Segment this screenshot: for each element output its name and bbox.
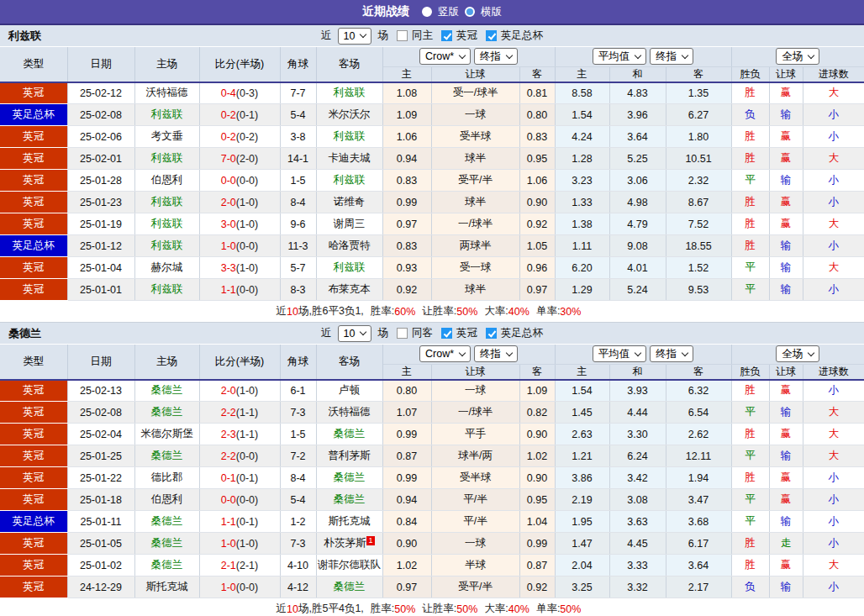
- avg-odds-away: 2.62: [666, 424, 731, 445]
- match-type-badge: 英足总杯: [0, 511, 67, 533]
- result-handicap: 赢: [769, 555, 803, 577]
- match-row: 英冠25-01-05桑德兰1-0(1-0)7-3朴茨茅斯10.90一球0.991…: [0, 533, 864, 555]
- col-header-goals: 进球数: [803, 364, 864, 380]
- bookmaker-final-select[interactable]: 终指: [474, 48, 518, 65]
- away-team-name: 桑德兰: [334, 428, 366, 440]
- bookmaker-select[interactable]: Crow*: [419, 48, 471, 65]
- average-select[interactable]: 平均值: [593, 48, 647, 65]
- handicap-odds-away: 1.09: [519, 380, 555, 402]
- avg-odds-home: 1.54: [555, 380, 609, 402]
- summary-stat-label: 大率:: [484, 602, 508, 616]
- average-odds-group: 平均值 终指: [555, 345, 731, 364]
- avg-odds-draw: 3.06: [609, 170, 666, 192]
- handicap-odds-away: 0.83: [519, 126, 555, 148]
- col-header-goals: 进球数: [803, 66, 864, 82]
- handicap-line: 平手: [431, 424, 519, 445]
- corner-count: 7-2: [280, 445, 316, 467]
- scope-select[interactable]: 全场: [776, 48, 819, 65]
- summary-lead: 近: [277, 304, 287, 319]
- match-date: 25-01-12: [67, 235, 134, 257]
- col-header-avg-draw: 和: [609, 364, 666, 380]
- recent-count-select[interactable]: 10: [338, 28, 372, 45]
- result-goals: 大: [803, 257, 864, 279]
- summary-stat-value: 60%: [394, 306, 415, 318]
- layout-vertical-radio[interactable]: [422, 7, 432, 17]
- away-team-name: 哈洛贾特: [329, 240, 371, 251]
- match-type-badge: 英冠: [0, 467, 67, 489]
- avg-odds-away: 10.51: [666, 148, 731, 170]
- home-team: 伯恩利: [134, 489, 199, 511]
- col-header-avg-home: 主: [555, 364, 609, 380]
- bookmaker-select[interactable]: Crow*: [419, 345, 471, 362]
- result-group: 全场: [731, 345, 864, 364]
- avg-odds-home: 4.24: [555, 126, 609, 148]
- match-score: 0-0(0-0): [199, 170, 280, 192]
- match-row: 英冠25-02-01利兹联7-0(2-0)14-1卡迪夫城0.94球半0.951…: [0, 148, 864, 170]
- away-team-name: 利兹联: [334, 174, 366, 186]
- corner-count: 7-7: [280, 82, 316, 104]
- home-team: 斯托克城: [134, 577, 199, 598]
- average-final-select[interactable]: 终指: [650, 48, 693, 65]
- scope-select[interactable]: 全场: [776, 345, 819, 362]
- cup-filter-checkbox[interactable]: [486, 328, 497, 339]
- handicap-line: 球半: [431, 192, 519, 213]
- avg-odds-home: 1.29: [555, 279, 609, 301]
- same-venue-checkbox[interactable]: [397, 328, 408, 339]
- match-type-badge: 英冠: [0, 192, 67, 213]
- chevron-down-icon: [635, 350, 641, 356]
- fulltime-score: 7-0: [221, 153, 236, 165]
- halftime-score: (0-0): [236, 450, 258, 462]
- layout-horizontal-radio[interactable]: [465, 7, 475, 17]
- match-date: 25-02-13: [67, 380, 134, 402]
- avg-odds-away: 3.68: [666, 511, 731, 533]
- col-header-avg-away: 客: [666, 66, 731, 82]
- match-row: 英冠25-02-12沃特福德0-4(0-3)7-7利兹联1.08受一/球半0.8…: [0, 82, 864, 104]
- avg-odds-home: 1.45: [555, 402, 609, 424]
- avg-odds-draw: 4.98: [609, 192, 666, 213]
- corner-count: 3-8: [280, 126, 316, 148]
- corner-count: 5-4: [280, 489, 316, 511]
- match-type-badge: 英冠: [0, 402, 67, 424]
- handicap-odds-home: 0.99: [382, 424, 431, 445]
- match-score: 7-0(2-0): [199, 148, 280, 170]
- handicap-odds-away: 1.06: [519, 170, 555, 192]
- summary-stat-value: 40%: [508, 306, 529, 318]
- result-outcome: 胜: [731, 380, 769, 402]
- col-header-date: 日期: [67, 345, 134, 380]
- match-date: 25-01-18: [67, 489, 134, 511]
- recent-count-value: 10: [344, 30, 356, 42]
- match-type-badge: 英冠: [0, 170, 67, 192]
- avg-odds-away: 3.47: [666, 489, 731, 511]
- bookmaker-select-value: Crow*: [425, 50, 454, 62]
- chevron-down-icon: [808, 52, 814, 59]
- league-filter-checkbox[interactable]: [441, 328, 452, 339]
- away-team: 桑德兰: [316, 489, 382, 511]
- bookmaker-final-select[interactable]: 终指: [474, 345, 518, 362]
- match-date: 25-02-01: [67, 148, 134, 170]
- match-date: 25-02-04: [67, 424, 134, 445]
- recent-count-select[interactable]: 10: [338, 325, 372, 342]
- col-header-outcome: 胜负: [731, 364, 769, 380]
- same-venue-checkbox[interactable]: [397, 30, 408, 41]
- home-team: 利兹联: [134, 104, 199, 126]
- away-team: 卢顿: [316, 380, 382, 402]
- average-select[interactable]: 平均值: [593, 345, 647, 362]
- match-date: 24-12-29: [67, 577, 134, 598]
- avg-odds-draw: 4.45: [609, 533, 666, 555]
- avg-odds-home: 1.28: [555, 148, 609, 170]
- col-header-corner: 角球: [280, 345, 316, 380]
- away-team-name: 米尔沃尔: [329, 108, 371, 120]
- avg-odds-away: 2.17: [666, 577, 731, 598]
- team-name: 桑德兰: [8, 326, 41, 341]
- result-goals: 大: [803, 555, 864, 577]
- average-final-select[interactable]: 终指: [650, 345, 693, 362]
- result-goals: 大: [803, 402, 864, 424]
- halftime-score: (0-1): [236, 109, 258, 121]
- home-team: 利兹联: [134, 148, 199, 170]
- cup-filter-checkbox[interactable]: [486, 30, 497, 41]
- away-team: 利兹联: [316, 126, 382, 148]
- match-date: 25-01-22: [67, 467, 134, 489]
- chevron-down-icon: [682, 52, 688, 59]
- league-filter-checkbox[interactable]: [441, 30, 452, 41]
- match-row: 英冠25-01-22德比郡0-1(0-1)8-4桑德兰0.99受半球0.903.…: [0, 467, 864, 489]
